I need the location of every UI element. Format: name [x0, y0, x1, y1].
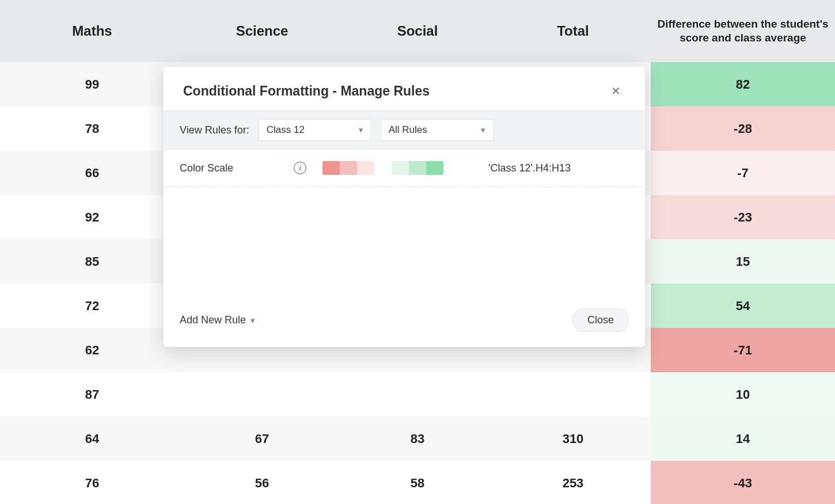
sheet-select[interactable]: Class 12 ▾: [259, 119, 371, 141]
cell-maths[interactable]: 64: [0, 417, 184, 461]
rule-range: 'Class 12'.H4:H13: [488, 162, 571, 174]
header-science: Science: [184, 0, 340, 62]
header-diff: Difference between the student's score a…: [651, 0, 835, 62]
cell-maths[interactable]: 76: [0, 461, 184, 504]
cell-diff[interactable]: 82: [651, 62, 835, 106]
add-new-rule-button[interactable]: Add New Rule ▾: [180, 314, 255, 326]
cell-total[interactable]: [495, 372, 651, 417]
cell-science[interactable]: [184, 372, 340, 417]
cell-maths[interactable]: 85: [0, 239, 184, 284]
cell-diff[interactable]: 10: [651, 372, 835, 417]
header-social: Social: [340, 0, 495, 62]
cell-diff[interactable]: -7: [651, 151, 835, 195]
manage-rules-modal: Conditional Formatting - Manage Rules ✕ …: [164, 67, 645, 347]
rules-select[interactable]: All Rules ▾: [381, 119, 494, 141]
view-rules-label: View Rules for:: [180, 124, 249, 136]
close-button[interactable]: Close: [572, 308, 629, 332]
cell-maths[interactable]: 87: [0, 372, 184, 417]
cell-total[interactable]: 310: [495, 417, 651, 461]
chevron-down-icon: ▾: [481, 125, 485, 135]
rule-type-label: Color Scale: [180, 162, 283, 174]
table-row: 64678331014: [0, 417, 835, 461]
add-new-rule-label: Add New Rule: [180, 314, 246, 326]
chevron-down-icon: ▾: [359, 125, 363, 135]
cell-diff[interactable]: -28: [651, 106, 835, 151]
cell-science[interactable]: 56: [184, 461, 340, 504]
color-scale-segment: [426, 161, 443, 175]
color-scale-segment: [340, 161, 357, 175]
color-scale-segment: [322, 161, 340, 175]
color-scale-segment: [392, 161, 409, 175]
rule-row[interactable]: Color Scale i 'Class 12'.H4:H13: [164, 150, 645, 187]
cell-maths[interactable]: 99: [0, 62, 184, 106]
color-scale-preview: [322, 161, 443, 175]
cell-maths[interactable]: 92: [0, 195, 184, 239]
modal-header: Conditional Formatting - Manage Rules ✕: [164, 67, 645, 110]
rules-list: Color Scale i 'Class 12'.H4:H13: [164, 150, 645, 298]
table-row: 765658253-43: [0, 461, 835, 504]
cell-maths[interactable]: 66: [0, 151, 184, 195]
cell-diff[interactable]: 54: [651, 284, 835, 328]
cell-diff[interactable]: 15: [651, 239, 835, 284]
rules-filter-bar: View Rules for: Class 12 ▾ All Rules ▾: [164, 110, 645, 150]
color-scale-segment: [357, 161, 374, 175]
cell-diff[interactable]: 14: [651, 417, 835, 461]
color-scale-segment: [374, 161, 392, 175]
cell-maths[interactable]: 78: [0, 106, 184, 151]
cell-diff[interactable]: -71: [651, 328, 835, 372]
rules-select-value: All Rules: [389, 124, 427, 136]
header-maths: Maths: [0, 0, 184, 62]
cell-science[interactable]: 67: [184, 417, 340, 461]
cell-social[interactable]: 58: [340, 461, 495, 504]
cell-social[interactable]: 83: [340, 417, 495, 461]
cell-maths[interactable]: 72: [0, 284, 184, 328]
sheet-select-value: Class 12: [267, 124, 305, 136]
color-scale-segment: [409, 161, 426, 175]
cell-social[interactable]: [340, 372, 495, 417]
chevron-down-icon: ▾: [251, 315, 255, 326]
modal-footer: Add New Rule ▾ Close: [164, 298, 645, 347]
table-row: 8710: [0, 372, 835, 417]
header-total: Total: [495, 0, 651, 62]
cell-total[interactable]: 253: [495, 461, 651, 504]
cell-diff[interactable]: -23: [651, 195, 835, 239]
info-icon[interactable]: i: [294, 162, 306, 174]
cell-maths[interactable]: 62: [0, 328, 184, 372]
table-header-row: Maths Science Social Total Difference be…: [0, 0, 835, 62]
close-icon[interactable]: ✕: [606, 83, 625, 99]
cell-diff[interactable]: -43: [651, 461, 835, 504]
modal-title: Conditional Formatting - Manage Rules: [183, 83, 430, 99]
